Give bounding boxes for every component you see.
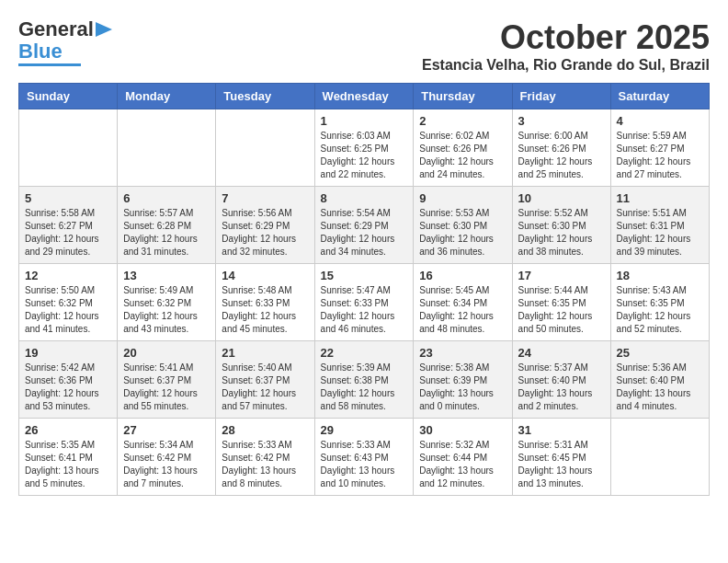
calendar-cell: 3Sunrise: 6:00 AM Sunset: 6:26 PM Daylig… — [512, 109, 610, 187]
day-number: 24 — [518, 346, 605, 360]
day-number: 31 — [518, 423, 605, 437]
day-number: 15 — [321, 269, 408, 282]
logo-text: General — [18, 18, 94, 40]
weekday-header-thursday: Thursday — [414, 84, 512, 109]
logo-underline — [18, 63, 81, 66]
day-number: 9 — [419, 191, 506, 205]
calendar-week-4: 19Sunrise: 5:42 AM Sunset: 6:36 PM Dayli… — [19, 341, 710, 419]
calendar-table: SundayMondayTuesdayWednesdayThursdayFrid… — [18, 83, 710, 496]
calendar-cell: 13Sunrise: 5:49 AM Sunset: 6:32 PM Dayli… — [118, 264, 216, 341]
day-number: 13 — [123, 269, 210, 282]
day-info: Sunrise: 5:37 AM Sunset: 6:40 PM Dayligh… — [518, 362, 605, 413]
day-number: 4 — [617, 114, 703, 128]
day-number: 8 — [321, 191, 408, 205]
day-info: Sunrise: 5:48 AM Sunset: 6:33 PM Dayligh… — [222, 284, 308, 336]
day-info: Sunrise: 5:36 AM Sunset: 6:40 PM Dayligh… — [617, 362, 703, 413]
day-info: Sunrise: 5:49 AM Sunset: 6:32 PM Dayligh… — [123, 284, 210, 336]
day-info: Sunrise: 5:31 AM Sunset: 6:45 PM Dayligh… — [518, 439, 605, 490]
calendar-cell: 8Sunrise: 5:54 AM Sunset: 6:29 PM Daylig… — [314, 187, 414, 264]
calendar-week-3: 12Sunrise: 5:50 AM Sunset: 6:32 PM Dayli… — [19, 264, 710, 341]
day-number: 30 — [419, 423, 506, 437]
calendar-cell: 10Sunrise: 5:52 AM Sunset: 6:30 PM Dayli… — [512, 187, 610, 264]
calendar-cell: 5Sunrise: 5:58 AM Sunset: 6:27 PM Daylig… — [19, 187, 118, 264]
day-number: 1 — [321, 114, 408, 128]
calendar-cell: 27Sunrise: 5:34 AM Sunset: 6:42 PM Dayli… — [118, 419, 216, 496]
day-info: Sunrise: 5:39 AM Sunset: 6:38 PM Dayligh… — [321, 362, 408, 413]
calendar-cell: 16Sunrise: 5:45 AM Sunset: 6:34 PM Dayli… — [414, 264, 512, 341]
weekday-header-sunday: Sunday — [19, 84, 118, 109]
calendar-cell — [118, 109, 216, 187]
logo-arrow-icon — [96, 22, 112, 37]
day-info: Sunrise: 5:32 AM Sunset: 6:44 PM Dayligh… — [419, 439, 506, 490]
calendar-cell: 21Sunrise: 5:40 AM Sunset: 6:37 PM Dayli… — [216, 341, 314, 419]
day-info: Sunrise: 5:57 AM Sunset: 6:28 PM Dayligh… — [123, 207, 210, 259]
day-info: Sunrise: 5:41 AM Sunset: 6:37 PM Dayligh… — [123, 362, 210, 413]
calendar-week-5: 26Sunrise: 5:35 AM Sunset: 6:41 PM Dayli… — [19, 419, 710, 496]
month-title: October 2025 — [422, 18, 710, 57]
calendar-cell — [19, 109, 118, 187]
logo: General Blue — [18, 18, 112, 66]
location-subtitle: Estancia Velha, Rio Grande do Sul, Brazi… — [422, 57, 710, 74]
calendar-cell: 12Sunrise: 5:50 AM Sunset: 6:32 PM Dayli… — [19, 264, 118, 341]
day-number: 7 — [222, 191, 308, 205]
calendar-cell: 1Sunrise: 6:03 AM Sunset: 6:25 PM Daylig… — [314, 109, 414, 187]
day-number: 21 — [222, 346, 308, 360]
svg-marker-0 — [96, 22, 112, 37]
day-number: 12 — [25, 269, 111, 282]
day-info: Sunrise: 5:34 AM Sunset: 6:42 PM Dayligh… — [123, 439, 210, 490]
weekday-header-wednesday: Wednesday — [314, 84, 414, 109]
day-number: 25 — [617, 346, 703, 360]
calendar-cell: 26Sunrise: 5:35 AM Sunset: 6:41 PM Dayli… — [19, 419, 118, 496]
day-number: 27 — [123, 423, 210, 437]
day-info: Sunrise: 5:50 AM Sunset: 6:32 PM Dayligh… — [25, 284, 111, 336]
calendar-cell: 31Sunrise: 5:31 AM Sunset: 6:45 PM Dayli… — [512, 419, 610, 496]
calendar-cell — [216, 109, 314, 187]
logo-blue-text: Blue — [18, 40, 63, 63]
calendar-cell: 22Sunrise: 5:39 AM Sunset: 6:38 PM Dayli… — [314, 341, 414, 419]
calendar-cell — [610, 419, 709, 496]
day-number: 22 — [321, 346, 408, 360]
calendar-cell: 2Sunrise: 6:02 AM Sunset: 6:26 PM Daylig… — [414, 109, 512, 187]
day-number: 28 — [222, 423, 308, 437]
day-number: 3 — [518, 114, 605, 128]
day-number: 16 — [419, 269, 506, 282]
calendar-cell: 24Sunrise: 5:37 AM Sunset: 6:40 PM Dayli… — [512, 341, 610, 419]
calendar-week-1: 1Sunrise: 6:03 AM Sunset: 6:25 PM Daylig… — [19, 109, 710, 187]
day-info: Sunrise: 5:47 AM Sunset: 6:33 PM Dayligh… — [321, 284, 408, 336]
weekday-header-tuesday: Tuesday — [216, 84, 314, 109]
calendar-header-row: SundayMondayTuesdayWednesdayThursdayFrid… — [19, 84, 710, 109]
day-number: 6 — [123, 191, 210, 205]
day-info: Sunrise: 5:53 AM Sunset: 6:30 PM Dayligh… — [419, 207, 506, 259]
day-info: Sunrise: 5:38 AM Sunset: 6:39 PM Dayligh… — [419, 362, 506, 413]
calendar-cell: 4Sunrise: 5:59 AM Sunset: 6:27 PM Daylig… — [610, 109, 709, 187]
day-info: Sunrise: 6:03 AM Sunset: 6:25 PM Dayligh… — [321, 130, 408, 181]
weekday-header-friday: Friday — [512, 84, 610, 109]
title-area: October 2025 Estancia Velha, Rio Grande … — [422, 18, 710, 74]
day-info: Sunrise: 5:51 AM Sunset: 6:31 PM Dayligh… — [617, 207, 703, 259]
day-info: Sunrise: 5:40 AM Sunset: 6:37 PM Dayligh… — [222, 362, 308, 413]
weekday-header-monday: Monday — [118, 84, 216, 109]
day-number: 20 — [123, 346, 210, 360]
calendar-cell: 17Sunrise: 5:44 AM Sunset: 6:35 PM Dayli… — [512, 264, 610, 341]
day-info: Sunrise: 6:00 AM Sunset: 6:26 PM Dayligh… — [518, 130, 605, 181]
page-header: General Blue October 2025 Estancia Velha… — [18, 18, 710, 74]
calendar-cell: 9Sunrise: 5:53 AM Sunset: 6:30 PM Daylig… — [414, 187, 512, 264]
day-number: 5 — [25, 191, 111, 205]
calendar-cell: 19Sunrise: 5:42 AM Sunset: 6:36 PM Dayli… — [19, 341, 118, 419]
calendar-cell: 25Sunrise: 5:36 AM Sunset: 6:40 PM Dayli… — [610, 341, 709, 419]
day-info: Sunrise: 5:45 AM Sunset: 6:34 PM Dayligh… — [419, 284, 506, 336]
calendar-cell: 11Sunrise: 5:51 AM Sunset: 6:31 PM Dayli… — [610, 187, 709, 264]
day-number: 10 — [518, 191, 605, 205]
day-number: 23 — [419, 346, 506, 360]
calendar-cell: 28Sunrise: 5:33 AM Sunset: 6:42 PM Dayli… — [216, 419, 314, 496]
day-info: Sunrise: 5:44 AM Sunset: 6:35 PM Dayligh… — [518, 284, 605, 336]
calendar-cell: 15Sunrise: 5:47 AM Sunset: 6:33 PM Dayli… — [314, 264, 414, 341]
day-info: Sunrise: 6:02 AM Sunset: 6:26 PM Dayligh… — [419, 130, 506, 181]
calendar-cell: 6Sunrise: 5:57 AM Sunset: 6:28 PM Daylig… — [118, 187, 216, 264]
calendar-cell: 7Sunrise: 5:56 AM Sunset: 6:29 PM Daylig… — [216, 187, 314, 264]
calendar-cell: 23Sunrise: 5:38 AM Sunset: 6:39 PM Dayli… — [414, 341, 512, 419]
day-info: Sunrise: 5:56 AM Sunset: 6:29 PM Dayligh… — [222, 207, 308, 259]
weekday-header-saturday: Saturday — [610, 84, 709, 109]
day-info: Sunrise: 5:54 AM Sunset: 6:29 PM Dayligh… — [321, 207, 408, 259]
day-number: 19 — [25, 346, 111, 360]
